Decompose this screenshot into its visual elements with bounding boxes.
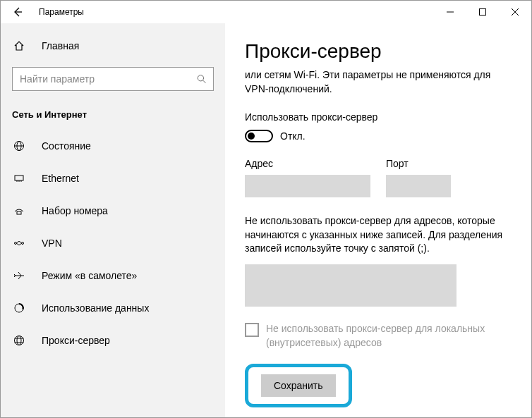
dialup-icon bbox=[12, 204, 26, 218]
port-input[interactable] bbox=[386, 175, 451, 197]
search-icon bbox=[197, 74, 206, 84]
svg-point-16 bbox=[22, 242, 24, 245]
maximize-icon bbox=[479, 8, 486, 16]
sidebar-item-label: Набор номера bbox=[42, 205, 108, 216]
save-highlight: Сохранить bbox=[245, 364, 352, 407]
page-title: Прокси-сервер bbox=[245, 40, 512, 63]
sidebar-item-label: Ethernet bbox=[42, 173, 79, 184]
ethernet-icon bbox=[12, 171, 26, 185]
toggle-state-label: Откл. bbox=[280, 130, 306, 142]
back-button[interactable] bbox=[9, 4, 26, 20]
toggle-knob bbox=[248, 133, 255, 140]
sidebar-item-airplane[interactable]: Режим «в самолете» bbox=[1, 259, 225, 292]
sidebar: Главная Сеть и Интернет Состояние Ethern… bbox=[1, 23, 225, 417]
sidebar-item-proxy[interactable]: Прокси-сервер bbox=[1, 324, 225, 357]
sidebar-home-label: Главная bbox=[42, 40, 79, 51]
exception-text: Не использовать прокси-сервер для адресо… bbox=[245, 214, 512, 256]
data-usage-icon bbox=[12, 301, 26, 315]
svg-rect-14 bbox=[17, 211, 21, 214]
use-proxy-toggle[interactable] bbox=[245, 130, 273, 142]
port-label: Порт bbox=[386, 158, 451, 169]
home-icon bbox=[12, 39, 26, 53]
sidebar-item-status[interactable]: Состояние bbox=[1, 130, 225, 162]
globe-icon bbox=[12, 139, 26, 153]
sidebar-home[interactable]: Главная bbox=[1, 32, 225, 60]
svg-point-19 bbox=[17, 336, 21, 345]
close-icon bbox=[512, 8, 519, 16]
svg-point-15 bbox=[15, 242, 17, 245]
window-controls bbox=[434, 1, 531, 23]
svg-point-18 bbox=[15, 336, 24, 345]
sidebar-item-label: Прокси-сервер bbox=[42, 335, 110, 346]
proxy-icon bbox=[12, 333, 26, 348]
save-button[interactable]: Сохранить bbox=[261, 374, 336, 397]
svg-rect-10 bbox=[15, 176, 23, 180]
airplane-icon bbox=[12, 269, 26, 283]
main-panel: Прокси-сервер или сетям Wi-Fi. Эти парам… bbox=[225, 23, 531, 417]
search-input[interactable] bbox=[20, 73, 197, 85]
sidebar-item-ethernet[interactable]: Ethernet bbox=[1, 162, 225, 195]
bypass-local-checkbox[interactable] bbox=[245, 323, 259, 337]
svg-rect-2 bbox=[480, 9, 486, 16]
sidebar-item-label: Состояние bbox=[42, 140, 91, 152]
address-input[interactable] bbox=[245, 175, 370, 197]
address-label: Адрес bbox=[245, 158, 370, 169]
arrow-left-icon bbox=[12, 6, 23, 18]
sidebar-item-datausage[interactable]: Использование данных bbox=[1, 292, 225, 324]
minimize-button[interactable] bbox=[434, 1, 466, 23]
window-title: Параметры bbox=[39, 7, 84, 17]
sidebar-item-label: VPN bbox=[42, 238, 62, 249]
svg-line-6 bbox=[202, 80, 205, 83]
search-box[interactable] bbox=[12, 67, 214, 91]
vpn-icon bbox=[12, 236, 26, 250]
titlebar: Параметры bbox=[1, 1, 531, 23]
close-button[interactable] bbox=[499, 1, 531, 23]
sidebar-item-label: Использование данных bbox=[42, 302, 149, 314]
sidebar-category-header: Сеть и Интернет bbox=[1, 104, 225, 130]
minimize-icon bbox=[447, 8, 454, 16]
use-proxy-label: Использовать прокси-сервер bbox=[245, 111, 512, 123]
page-description: или сетям Wi-Fi. Эти параметры не примен… bbox=[245, 68, 512, 96]
sidebar-item-vpn[interactable]: VPN bbox=[1, 227, 225, 259]
exception-input[interactable] bbox=[245, 264, 457, 307]
sidebar-item-label: Режим «в самолете» bbox=[42, 270, 137, 281]
bypass-local-label: Не использовать прокси-сервер для локаль… bbox=[266, 322, 512, 350]
sidebar-item-dialup[interactable]: Набор номера bbox=[1, 195, 225, 227]
svg-point-5 bbox=[198, 75, 203, 81]
maximize-button[interactable] bbox=[466, 1, 499, 23]
